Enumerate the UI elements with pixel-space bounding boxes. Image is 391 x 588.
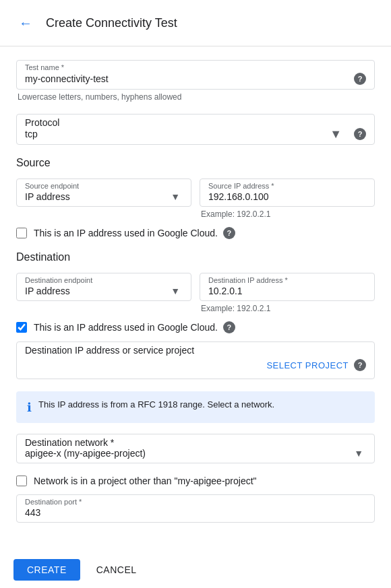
test-name-label: Test name * (25, 63, 366, 71)
destination-service-project-label: Destination IP address or service projec… (25, 345, 194, 356)
protocol-field[interactable]: Protocol tcp udp icmp ▼ ? (16, 114, 375, 145)
other-project-row: Network is in a project other than "my-a… (16, 476, 375, 486)
source-endpoint-select[interactable]: IP address VM instance GKE cluster (25, 191, 183, 202)
info-icon: ℹ (27, 400, 32, 415)
source-ip-col: Source IP address * Example: 192.0.2.1 (200, 178, 375, 219)
create-button[interactable]: CREATE (13, 559, 80, 581)
service-project-help-icon[interactable]: ? (354, 359, 366, 371)
destination-network-label: Destination network * (25, 437, 114, 448)
destination-network-field[interactable]: Destination network * apigee-x (my-apige… (16, 434, 375, 463)
test-name-help-text: Lowercase letters, numbers, hyphens allo… (16, 92, 375, 102)
test-name-group: Test name * ? Lowercase letters, numbers… (16, 60, 375, 102)
destination-network-arrow: ▼ (354, 448, 363, 459)
destination-google-cloud-label: This is an IP address used in Google Clo… (34, 322, 218, 333)
page-header: ← Create Connectivity Test (0, 0, 391, 46)
source-ip-field[interactable]: Source IP address * (200, 178, 375, 207)
destination-endpoint-label: Destination endpoint (25, 276, 183, 284)
select-project-button[interactable]: SELECT PROJECT (266, 360, 349, 370)
source-google-cloud-row: This is an IP address used in Google Clo… (16, 227, 375, 239)
protocol-group: Protocol tcp udp icmp ▼ ? (16, 114, 375, 145)
source-google-cloud-checkbox[interactable] (16, 228, 27, 238)
destination-ip-input[interactable] (208, 286, 366, 296)
info-banner: ℹ This IP address is from a RFC 1918 ran… (16, 391, 375, 423)
destination-port-label: Destination port * (25, 498, 366, 506)
source-endpoint-field[interactable]: Source endpoint IP address VM instance G… (16, 178, 191, 207)
destination-google-cloud-help-icon[interactable]: ? (223, 321, 235, 333)
source-section: Source Source endpoint IP address VM ins… (16, 157, 375, 239)
destination-network-group: Destination network * apigee-x (my-apige… (16, 434, 375, 463)
destination-google-cloud-row: This is an IP address used in Google Clo… (16, 321, 375, 333)
source-endpoint-label: Source endpoint (25, 182, 183, 190)
other-project-checkbox[interactable] (16, 476, 27, 486)
destination-port-input[interactable] (25, 507, 366, 518)
back-button[interactable]: ← (13, 11, 38, 35)
destination-ip-col: Destination IP address * Example: 192.0.… (200, 273, 375, 313)
test-name-help-icon[interactable]: ? (354, 73, 366, 85)
footer-buttons: CREATE CANCEL (0, 548, 391, 588)
destination-endpoint-col: Destination endpoint IP address VM insta… (16, 273, 191, 301)
other-project-label: Network is in a project other than "my-a… (34, 476, 257, 486)
info-banner-text: This IP address is from a RFC 1918 range… (38, 399, 274, 410)
page-title: Create Connectivity Test (46, 16, 177, 30)
destination-ip-field[interactable]: Destination IP address * (200, 273, 375, 301)
protocol-help-icon[interactable]: ? (354, 128, 366, 140)
source-google-cloud-label: This is an IP address used in Google Clo… (34, 228, 218, 238)
test-name-input[interactable] (25, 73, 349, 84)
destination-endpoint-select[interactable]: IP address VM instance GKE cluster (25, 286, 183, 296)
destination-network-select[interactable]: apigee-x (my-apigee-project) (25, 448, 350, 459)
destination-section-title: Destination (16, 251, 375, 263)
source-section-title: Source (16, 157, 375, 169)
source-ip-label: Source IP address * (208, 182, 366, 190)
destination-endpoint-field[interactable]: Destination endpoint IP address VM insta… (16, 273, 191, 301)
destination-section: Destination Destination endpoint IP addr… (16, 251, 375, 523)
source-ip-example: Example: 192.0.2.1 (200, 209, 375, 219)
source-google-cloud-help-icon[interactable]: ? (223, 227, 235, 239)
destination-port-field[interactable]: Destination port * (16, 494, 375, 523)
destination-service-project-field: Destination IP address or service projec… (16, 341, 375, 379)
protocol-select[interactable]: tcp udp icmp (25, 129, 349, 139)
source-endpoint-col: Source endpoint IP address VM instance G… (16, 178, 191, 207)
destination-google-cloud-checkbox[interactable] (16, 322, 27, 333)
destination-ip-example: Example: 192.0.2.1 (200, 304, 375, 313)
destination-service-project-inner: SELECT PROJECT ? (25, 356, 366, 374)
cancel-button[interactable]: CANCEL (86, 559, 148, 581)
test-name-field[interactable]: Test name * ? (16, 60, 375, 90)
destination-service-project-group: Destination IP address or service projec… (16, 341, 375, 379)
source-ip-input[interactable] (208, 191, 366, 202)
protocol-label: Protocol (25, 117, 59, 128)
destination-ip-label: Destination IP address * (208, 276, 366, 284)
destination-port-group: Destination port * (16, 494, 375, 523)
